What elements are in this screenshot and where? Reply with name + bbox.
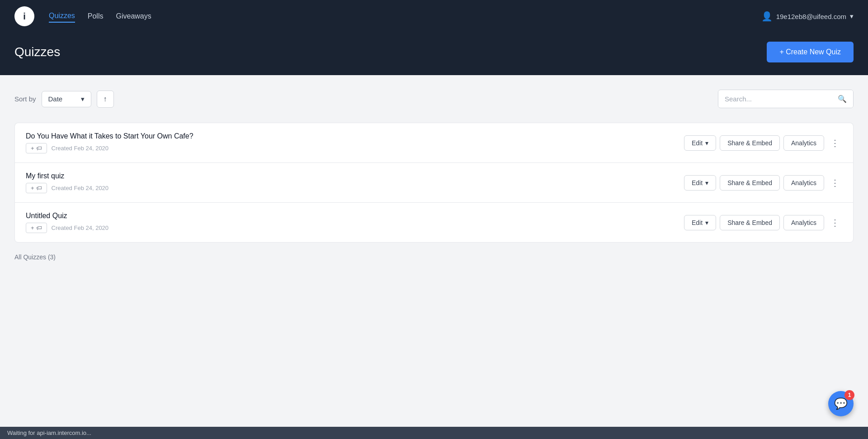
edit-label-3: Edit — [692, 219, 703, 226]
status-bar: Waiting for api-iam.intercom.io... — [0, 427, 868, 439]
dropdown-icon: ▾ — [850, 12, 854, 20]
quiz-list: Do You Have What it Takes to Start Your … — [14, 123, 854, 243]
quiz-title-1: Do You Have What it Takes to Start Your … — [26, 132, 193, 140]
quiz-actions-1: Edit ▾ Share & Embed Analytics ⋮ — [684, 134, 842, 152]
analytics-button-2[interactable]: Analytics — [783, 175, 824, 191]
quiz-info-1: Do You Have What it Takes to Start Your … — [26, 132, 193, 153]
more-options-button-1[interactable]: ⋮ — [828, 134, 842, 152]
edit-dropdown-icon: ▾ — [705, 139, 708, 147]
share-embed-button-1[interactable]: Share & Embed — [720, 135, 780, 151]
header: i Quizzes Polls Giveaways 👤 19e12eb8@uif… — [0, 0, 868, 33]
quiz-actions-2: Edit ▾ Share & Embed Analytics ⋮ — [684, 174, 842, 192]
sort-dropdown[interactable]: Date ▾ — [42, 91, 91, 107]
nav-quizzes[interactable]: Quizzes — [49, 10, 75, 23]
chat-bubble[interactable]: 💬 1 — [828, 391, 854, 416]
search-button[interactable]: 🔍 — [831, 90, 853, 108]
sort-selected-value: Date — [48, 95, 63, 103]
tag-plus-icon-2: + — [31, 185, 34, 191]
quiz-actions-3: Edit ▾ Share & Embed Analytics ⋮ — [684, 214, 842, 232]
quiz-meta-2: + 🏷 Created Feb 24, 2020 — [26, 183, 108, 193]
more-options-button-2[interactable]: ⋮ — [828, 174, 842, 192]
quiz-created-3: Created Feb 24, 2020 — [52, 224, 108, 231]
edit-button-3[interactable]: Edit ▾ — [684, 215, 716, 230]
sort-by-label: Sort by — [14, 95, 36, 103]
user-menu[interactable]: 👤 19e12eb8@uifeed.com ▾ — [761, 11, 854, 22]
share-embed-button-3[interactable]: Share & Embed — [720, 215, 780, 230]
table-row: Do You Have What it Takes to Start Your … — [14, 123, 854, 162]
tag-button-2[interactable]: + 🏷 — [26, 183, 47, 193]
edit-dropdown-icon-3: ▾ — [705, 219, 708, 226]
edit-label-2: Edit — [692, 179, 703, 186]
edit-button-2[interactable]: Edit ▾ — [684, 175, 716, 191]
edit-button-1[interactable]: Edit ▾ — [684, 135, 716, 151]
logo[interactable]: i — [14, 6, 34, 26]
nav-polls[interactable]: Polls — [88, 10, 104, 22]
main-nav: Quizzes Polls Giveaways — [49, 10, 151, 23]
tag-plus-icon: + — [31, 145, 34, 152]
sort-dropdown-icon: ▾ — [81, 95, 85, 103]
all-quizzes-label: All Quizzes (3) — [14, 253, 854, 261]
tag-icon: 🏷 — [36, 145, 42, 152]
search-input[interactable] — [718, 91, 831, 107]
logo-text: i — [23, 11, 26, 22]
quiz-title-3: Untitled Quiz — [26, 212, 108, 220]
user-email: 19e12eb8@uifeed.com — [776, 13, 846, 20]
page-header: Quizzes + Create New Quiz — [0, 33, 868, 75]
tag-plus-icon-3: + — [31, 224, 34, 231]
sort-asc-button[interactable]: ↑ — [97, 91, 114, 108]
edit-label-1: Edit — [692, 139, 703, 147]
quiz-meta-3: + 🏷 Created Feb 24, 2020 — [26, 223, 108, 233]
create-new-quiz-button[interactable]: + Create New Quiz — [767, 42, 854, 62]
search-box: 🔍 — [718, 90, 854, 108]
analytics-button-3[interactable]: Analytics — [783, 215, 824, 230]
header-left: i Quizzes Polls Giveaways — [14, 6, 151, 26]
tag-icon-2: 🏷 — [36, 185, 42, 191]
tag-button-1[interactable]: + 🏷 — [26, 143, 47, 153]
content-area: Sort by Date ▾ ↑ 🔍 Do You Have What it T… — [0, 75, 868, 428]
user-icon: 👤 — [761, 11, 773, 22]
sort-controls: Sort by Date ▾ ↑ — [14, 91, 114, 108]
quiz-meta-1: + 🏷 Created Feb 24, 2020 — [26, 143, 193, 153]
quiz-created-1: Created Feb 24, 2020 — [52, 145, 108, 152]
sort-bar: Sort by Date ▾ ↑ 🔍 — [14, 90, 854, 108]
edit-dropdown-icon-2: ▾ — [705, 179, 708, 186]
chat-icon: 💬 — [834, 397, 848, 410]
page-title: Quizzes — [14, 45, 60, 59]
quiz-info-3: Untitled Quiz + 🏷 Created Feb 24, 2020 — [26, 212, 108, 233]
more-dots-icon-3: ⋮ — [830, 217, 840, 228]
analytics-button-1[interactable]: Analytics — [783, 135, 824, 151]
table-row: Untitled Quiz + 🏷 Created Feb 24, 2020 E… — [14, 202, 854, 243]
search-icon: 🔍 — [838, 95, 847, 103]
sort-asc-icon: ↑ — [104, 95, 107, 103]
more-dots-icon-2: ⋮ — [830, 177, 840, 188]
status-text: Waiting for api-iam.intercom.io... — [7, 429, 91, 436]
nav-giveaways[interactable]: Giveaways — [116, 10, 151, 22]
table-row: My first quiz + 🏷 Created Feb 24, 2020 E… — [14, 162, 854, 202]
tag-button-3[interactable]: + 🏷 — [26, 223, 47, 233]
quiz-created-2: Created Feb 24, 2020 — [52, 185, 108, 191]
share-embed-button-2[interactable]: Share & Embed — [720, 175, 780, 191]
quiz-info-2: My first quiz + 🏷 Created Feb 24, 2020 — [26, 172, 108, 193]
more-dots-icon-1: ⋮ — [830, 138, 840, 148]
quiz-title-2: My first quiz — [26, 172, 108, 180]
chat-badge: 1 — [844, 390, 854, 400]
more-options-button-3[interactable]: ⋮ — [828, 214, 842, 232]
tag-icon-3: 🏷 — [36, 224, 42, 231]
